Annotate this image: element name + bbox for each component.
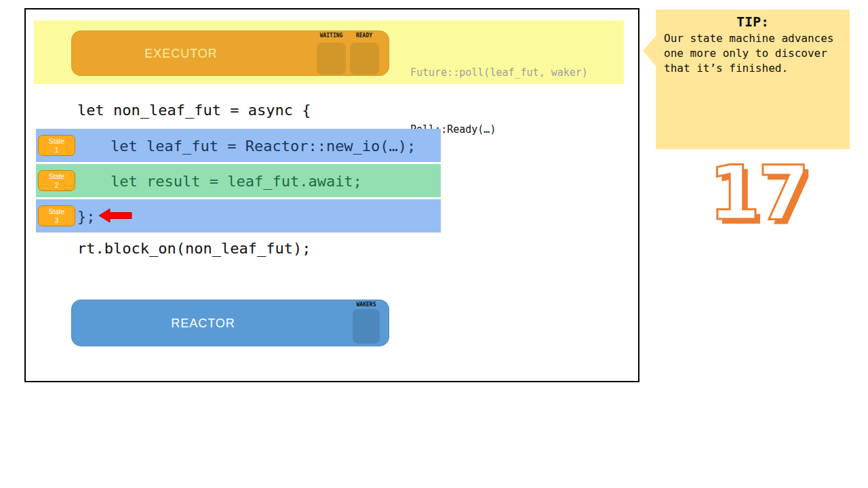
wakers-label: WAKERS xyxy=(351,302,382,308)
wakers-slot-box xyxy=(353,309,380,344)
code-line-close: rt.block_on(non_leaf_fut); xyxy=(77,240,311,257)
waiting-slot-box xyxy=(317,43,346,75)
code-line-state-3: }; xyxy=(77,207,96,224)
state-row-2: State 2 let result = leaf_fut.await; xyxy=(36,164,441,197)
state-3-badge: State 3 xyxy=(38,205,75,226)
reactor-box: REACTOR WAKERS xyxy=(71,300,389,346)
tip-text-line: Our state machine advances xyxy=(664,31,842,46)
ready-slot-box xyxy=(350,43,379,75)
state-badge-number: 2 xyxy=(39,181,75,190)
tip-callout: TIP: Our state machine advances one more… xyxy=(656,9,850,149)
reactor-wakers-slot: WAKERS xyxy=(351,300,382,346)
code-line-state-2: let result = leaf_fut.await; xyxy=(111,172,362,189)
tip-callout-pointer xyxy=(643,36,656,66)
slide-page-number: 17 xyxy=(709,156,807,230)
poll-call-text: Future::poll(leaf_fut, waker) xyxy=(410,63,588,82)
reactor-label: REACTOR xyxy=(72,316,334,330)
executor-waiting-slot: WAITING xyxy=(316,31,347,75)
executor-banner: EXECUTOR WAITING READY Future::poll(leaf… xyxy=(34,20,624,84)
code-line-state-1: let leaf_fut = Reactor::new_io(…); xyxy=(111,137,416,154)
tip-title: TIP: xyxy=(664,14,842,30)
diagram-frame: EXECUTOR WAITING READY Future::poll(leaf… xyxy=(24,8,639,382)
state-badge-label: State xyxy=(39,137,75,146)
state-row-1: State 1 let leaf_fut = Reactor::new_io(…… xyxy=(36,129,441,162)
state-badge-label: State xyxy=(39,172,75,181)
executor-ready-slot: READY xyxy=(349,31,379,75)
state-badge-number: 1 xyxy=(39,146,75,155)
state-1-badge: State 1 xyxy=(38,135,75,156)
state-badge-number: 3 xyxy=(39,216,75,225)
state-2-badge: State 2 xyxy=(38,170,75,191)
executor-box: EXECUTOR WAITING READY xyxy=(71,30,389,76)
red-left-arrow-icon xyxy=(99,208,133,223)
state-row-3: State 3 }; xyxy=(36,199,441,232)
tip-text-line: that it’s finished. xyxy=(664,61,842,76)
state-badge-label: State xyxy=(39,207,75,216)
waiting-label: WAITING xyxy=(316,33,347,39)
tip-text-line: one more only to discover xyxy=(664,46,842,61)
ready-label: READY xyxy=(349,33,379,39)
code-line-open: let non_leaf_fut = async { xyxy=(77,102,311,119)
slide-canvas: EXECUTOR WAITING READY Future::poll(leaf… xyxy=(0,0,868,488)
executor-label: EXECUTOR xyxy=(72,46,290,60)
